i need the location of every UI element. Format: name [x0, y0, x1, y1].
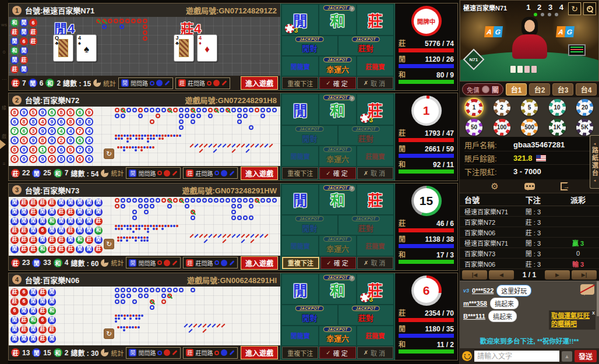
bet-player-pair-cell[interactable]: JACKPOT閒對 — [282, 305, 337, 324]
ask-road-player-button[interactable]: 閒閒問路 — [126, 347, 181, 359]
confirm-button[interactable]: ✓確定 — [320, 257, 357, 269]
help-icon[interactable]: ? — [349, 186, 355, 192]
bet-lucky6-cell[interactable]: JACKPOT幸運六 — [319, 146, 355, 165]
page-next-button[interactable]: ▶ — [545, 270, 570, 280]
chat-input[interactable] — [474, 351, 559, 362]
bet-player-dragon-cell[interactable]: 閒龍寶 — [282, 326, 318, 345]
ask-road-player-button[interactable]: 閒閒問路 — [118, 77, 173, 89]
chip-500[interactable]: 500 — [521, 119, 538, 136]
confirm-button[interactable]: ✓確定 — [319, 347, 355, 359]
bet-player-cell[interactable]: 閒 — [282, 274, 318, 305]
nickname-promo-link[interactable]: 取個運氣旺旺的暱稱吧 x — [549, 310, 596, 330]
bet-banker-cell[interactable]: 莊3 — [357, 94, 393, 125]
bet-banker-cell[interactable]: 莊3 — [357, 274, 393, 305]
ask-road-banker-button[interactable]: 莊莊問路 — [183, 257, 238, 268]
bet-banker-pair-cell[interactable]: JACKPOT莊對 — [339, 126, 394, 145]
rebet-button[interactable]: 重複下注 — [282, 257, 319, 269]
bet-player-pair-cell[interactable]: JACKPOT閒對 — [282, 126, 337, 145]
help-icon[interactable]: ? — [349, 275, 355, 281]
bet-tie-cell[interactable]: JACKPOT?和 — [319, 274, 355, 305]
left-collapsed-rail[interactable]: ws0⋯緣戲≡ — [0, 0, 8, 364]
exit-icon[interactable] — [561, 182, 568, 190]
camera-dot-3[interactable] — [548, 13, 551, 16]
rail-expand-arrow[interactable] — [0, 140, 6, 149]
bet-banker-pair-cell[interactable]: JACKPOT莊對 — [339, 305, 394, 324]
zoom-icon[interactable]: + — [583, 2, 596, 15]
bet-banker-dragon-cell[interactable]: 莊龍寶 — [357, 56, 393, 76]
confirm-button[interactable]: ✓確定 — [319, 77, 355, 89]
bet-lucky6-cell[interactable]: JACKPOT幸運六 — [319, 326, 355, 345]
ask-road-player-button[interactable]: 閒閒問路 — [126, 257, 181, 268]
bet-player-pair-cell[interactable]: JACKPOT閒對 — [282, 36, 337, 55]
bet-player-pair-cell[interactable]: JACKPOT閒對 — [282, 215, 337, 235]
ask-road-banker-button[interactable]: 莊莊問路 — [183, 167, 238, 179]
chip-5K[interactable]: 5K — [576, 119, 593, 136]
chip-20[interactable]: 20 — [576, 99, 593, 116]
emoji-icon[interactable] — [462, 351, 472, 361]
table-tab-3[interactable]: 台3 — [552, 83, 573, 96]
no-commission-toggle[interactable]: 免傭 關 — [462, 83, 503, 96]
bet-banker-dragon-cell[interactable]: 莊龍寶 — [357, 326, 393, 345]
enter-game-button[interactable]: 進入遊戲 — [241, 256, 278, 270]
refresh-icon[interactable]: ↻ — [568, 2, 581, 15]
table-tab-2[interactable]: 台2 — [529, 83, 550, 96]
page-first-button[interactable]: |◀ — [462, 270, 487, 280]
bet-player-dragon-cell[interactable]: 閒龍寶 — [282, 146, 318, 165]
bet-player-dragon-cell[interactable]: 閒龍寶 — [282, 236, 318, 255]
rebet-button[interactable]: 重複下注 — [282, 167, 318, 179]
cancel-button[interactable]: ✗取消 — [357, 347, 393, 359]
camera-dot-2[interactable] — [541, 13, 544, 16]
bet-tie-cell[interactable]: JACKPOT?和 — [319, 5, 355, 35]
shoe-shuffle-icon[interactable]: ↻ — [104, 239, 114, 249]
road-table-select-tab[interactable]: ◂ 路紙選台 ◂ — [590, 135, 599, 189]
chip-2[interactable]: 2 — [494, 99, 510, 116]
table-tab-4[interactable]: 台4 — [576, 83, 597, 96]
ask-road-banker-button[interactable]: 莊莊問路 — [175, 77, 230, 89]
chip-1K[interactable]: 1K — [549, 119, 566, 136]
enter-game-button[interactable]: 進入遊戲 — [241, 76, 278, 90]
ask-road-player-button[interactable]: 閒閒問路 — [126, 167, 181, 179]
bet-lucky6-cell[interactable]: JACKPOT幸運六 — [319, 56, 355, 76]
chip-10[interactable]: 10 — [549, 99, 566, 116]
send-button[interactable]: 發送 — [575, 350, 597, 362]
bet-tie-cell[interactable]: JACKPOT?和 — [319, 94, 355, 125]
enter-game-button[interactable]: 進入遊戲 — [241, 167, 278, 180]
help-icon[interactable]: ? — [349, 96, 355, 101]
page-last-button[interactable]: ▶| — [572, 270, 597, 280]
help-icon[interactable]: ? — [349, 6, 355, 12]
bet-player-cell[interactable]: 閒 — [282, 94, 318, 125]
bet-banker-cell[interactable]: 莊 — [357, 185, 393, 215]
table-tab-1[interactable]: 台1 — [506, 83, 527, 96]
bet-player-dragon-cell[interactable]: 閒龍寶 — [282, 56, 318, 76]
chat-bubble-icon[interactable] — [524, 183, 535, 190]
bet-tie-cell[interactable]: JACKPOT?和 — [319, 185, 355, 215]
bet-banker-dragon-cell[interactable]: 莊龍寶 — [357, 236, 393, 255]
bet-banker-pair-cell[interactable]: JACKPOT莊對 — [339, 215, 394, 235]
camera-selector[interactable]: 1 2 3 4 — [526, 3, 566, 16]
camera-dot-1[interactable] — [534, 13, 537, 16]
rebet-button[interactable]: 重複下注 — [282, 77, 318, 89]
cancel-button[interactable]: ✗取消 — [357, 257, 393, 269]
page-prev-button[interactable]: ◀ — [489, 270, 514, 280]
bet-banker-cell[interactable]: 莊 — [357, 5, 393, 35]
bet-banker-dragon-cell[interactable]: 莊龍寶 — [357, 146, 393, 165]
settings-gear-icon[interactable]: ⚙ — [491, 182, 498, 190]
camera-dot-4[interactable] — [555, 13, 558, 16]
promo-close-icon[interactable]: x — [592, 310, 595, 317]
chip-5[interactable]: 5 — [521, 99, 538, 116]
bet-banker-pair-cell[interactable]: JACKPOT莊對 — [339, 36, 394, 55]
scroll-up-button[interactable]: ▲ — [562, 351, 572, 362]
chip-100[interactable]: 100 — [494, 119, 510, 136]
chip-1[interactable]: 1 — [466, 99, 482, 116]
chat-mute-icon[interactable] — [580, 284, 594, 295]
rebet-button[interactable]: 重複下注 — [282, 347, 318, 359]
chat-scrollbar[interactable] — [597, 281, 599, 316]
cancel-button[interactable]: ✗取消 — [357, 167, 393, 179]
bet-player-cell[interactable]: 閒 — [282, 185, 318, 215]
bet-lucky6-cell[interactable]: JACKPOT幸運六 — [319, 236, 355, 255]
confirm-button[interactable]: ✓確定 — [319, 167, 355, 179]
shoe-shuffle-icon[interactable]: ↻ — [104, 149, 114, 159]
enter-game-button[interactable]: 進入遊戲 — [241, 346, 278, 359]
chip-50[interactable]: 50 — [466, 119, 482, 136]
shoe-shuffle-icon[interactable]: ↻ — [104, 328, 114, 339]
